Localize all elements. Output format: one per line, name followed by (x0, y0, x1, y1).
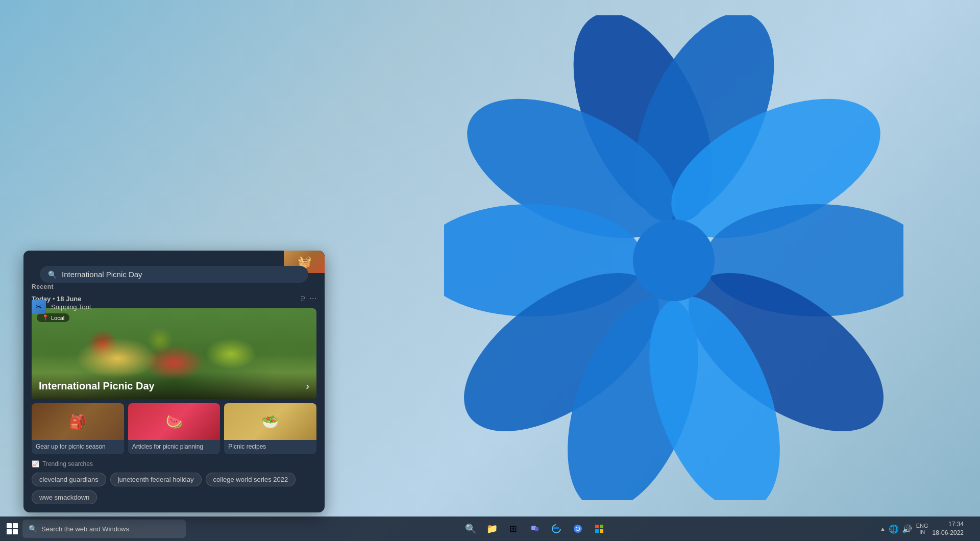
region-label: IN (919, 529, 925, 535)
main-card-arrow: › (306, 380, 309, 392)
gear-card-label: Gear up for picnic season (32, 440, 124, 454)
taskbar-center-icons: 🔍 📁 ⊞ (190, 520, 880, 538)
volume-icon[interactable]: 🔊 (902, 524, 912, 534)
svg-point-8 (542, 279, 724, 500)
svg-point-5 (704, 204, 903, 316)
svg-rect-23 (600, 529, 603, 533)
trending-header: 📈 Trending searches (32, 460, 316, 468)
taskbar-search-icon: 🔍 (29, 525, 37, 533)
trending-section: 📈 Trending searches cleveland guardians … (32, 460, 316, 504)
svg-point-19 (576, 527, 579, 530)
snipping-tool-icon: ✂ (32, 300, 46, 314)
more-options-icon[interactable]: ··· (310, 294, 316, 303)
svg-rect-21 (600, 525, 603, 528)
svg-point-3 (650, 70, 901, 266)
taskbar-clock[interactable]: 17:34 18-06-2022 (933, 520, 964, 537)
language-region[interactable]: ENG IN (916, 523, 928, 535)
related-cards-row: 🎒 Gear up for picnic season 🍉 Articles f… (32, 403, 316, 454)
trending-tag-cleveland[interactable]: cleveland guardians (32, 473, 106, 486)
trending-tag-juneteenth[interactable]: juneteenth federal holiday (110, 473, 202, 486)
recipes-card-label: Picnic recipes (224, 440, 316, 454)
search-bar[interactable]: 🔍 (40, 266, 308, 283)
notification-button[interactable] (968, 527, 972, 531)
chrome-icon[interactable] (569, 520, 587, 538)
svg-point-4 (444, 204, 643, 316)
svg-rect-14 (13, 529, 18, 534)
search-panel: 🧺 🔍 Today • 18 June 𝙿 ··· 📍 (23, 251, 325, 512)
taskbar-search-box[interactable]: 🔍 Search the web and Windows (22, 520, 186, 538)
gear-image: 🎒 (32, 403, 124, 440)
recent-sidebar: Recent ✂ Snipping Tool (23, 283, 141, 317)
chevron-up-icon[interactable]: ▲ (880, 526, 886, 532)
date-display: 18-06-2022 (933, 529, 964, 537)
taskbar-right: ▲ 🌐 🔊 ENG IN 17:34 18-06-2022 (880, 520, 976, 537)
snipping-tool-label: Snipping Tool (51, 303, 91, 311)
file-explorer-icon[interactable]: 📁 (483, 520, 501, 538)
trending-tags: cleveland guardians juneteenth federal h… (32, 473, 316, 504)
svg-rect-16 (535, 527, 538, 531)
start-button[interactable] (4, 521, 20, 537)
articles-card-label: Articles for picnic planning (128, 440, 220, 454)
articles-card[interactable]: 🍉 Articles for picnic planning (128, 403, 220, 454)
svg-rect-22 (595, 529, 599, 533)
taskbar: 🔍 Search the web and Windows 🔍 📁 ⊞ (0, 517, 980, 541)
trending-icon: 📈 (32, 460, 39, 468)
panel-content: Today • 18 June 𝙿 ··· 📍 Local Internatio… (23, 292, 325, 512)
articles-image: 🍉 (128, 403, 220, 440)
svg-rect-20 (595, 525, 599, 528)
trending-tag-college[interactable]: college world series 2022 (206, 473, 296, 486)
svg-point-7 (662, 242, 903, 463)
svg-rect-13 (7, 529, 12, 534)
widgets-icon[interactable]: ⊞ (504, 520, 523, 538)
svg-point-1 (606, 15, 802, 243)
network-icon[interactable]: 🌐 (889, 524, 899, 534)
svg-point-2 (446, 70, 697, 266)
svg-point-9 (623, 279, 805, 500)
taskbar-search-text: Search the web and Windows (41, 525, 129, 533)
personalize-icon[interactable]: 𝙿 (301, 294, 306, 303)
main-news-card[interactable]: 📍 Local International Picnic Day › (32, 308, 316, 399)
search-icon: 🔍 (48, 270, 57, 279)
svg-rect-11 (7, 523, 12, 528)
time-display: 17:34 (933, 520, 964, 529)
recent-item-snipping[interactable]: ✂ Snipping Tool (32, 297, 133, 317)
gear-card[interactable]: 🎒 Gear up for picnic season (32, 403, 124, 454)
store-icon[interactable] (590, 520, 608, 538)
svg-point-10 (633, 219, 715, 301)
language-label: ENG (916, 523, 928, 529)
trending-tag-wwe[interactable]: wwe smackdown (32, 490, 97, 504)
search-taskbar-icon[interactable]: 🔍 (461, 520, 480, 538)
card-overlay: International Picnic Day › (32, 372, 316, 399)
recipes-card[interactable]: 🥗 Picnic recipes (224, 403, 316, 454)
svg-point-6 (444, 242, 685, 463)
recipes-image: 🥗 (224, 403, 316, 440)
date-actions: 𝙿 ··· (301, 294, 316, 303)
svg-point-0 (545, 15, 741, 243)
search-input[interactable] (62, 270, 300, 279)
system-tray: ▲ 🌐 🔊 (880, 524, 912, 534)
teams-icon[interactable] (526, 520, 544, 538)
recent-label: Recent (32, 283, 133, 290)
edge-icon[interactable] (547, 520, 566, 538)
svg-rect-12 (13, 523, 18, 528)
main-card-title: International Picnic Day (39, 380, 155, 392)
